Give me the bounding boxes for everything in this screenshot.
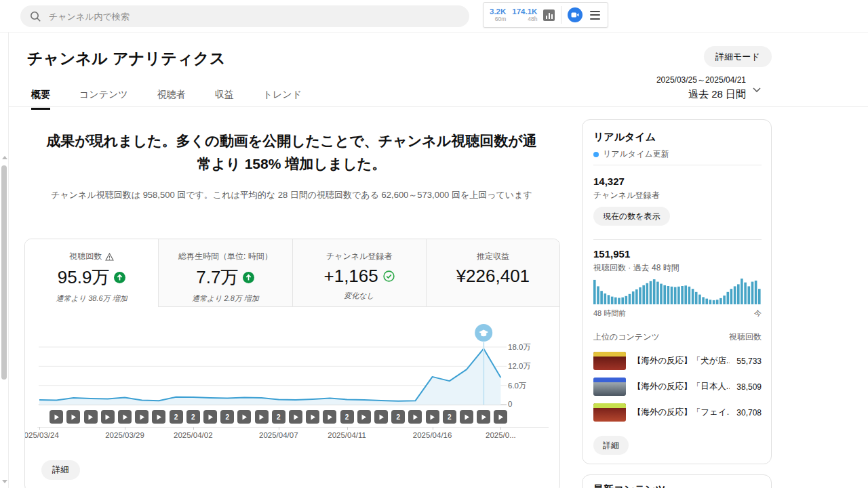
video-published-marker-count[interactable]: 2 [272,410,285,424]
x-axis-tick-mark [433,427,433,430]
latest-content-title: 最新コンテンツ [593,483,666,488]
extension-logo-icon[interactable] [568,7,583,22]
check-circle-icon [383,270,395,282]
x-axis-tick-mark [39,427,40,430]
metric-tab-0[interactable]: 視聴回数95.9万通常より 38.6万 増加 [25,239,159,306]
x-axis-label: 2025/04/16 [413,431,452,439]
video-thumbnail [593,403,626,422]
video-published-marker[interactable] [374,410,388,424]
up-circle-icon [114,272,125,283]
scrollbar-up-arrow[interactable] [2,156,7,159]
date-range-dates: 2025/03/25～2025/04/21 [624,75,746,86]
x-axis-label: 2025/04/02 [174,431,213,439]
metric-tabs: 視聴回数95.9万通常より 38.6万 増加総再生時間（単位: 時間）7.7万通… [25,239,559,307]
channel-search-bar[interactable] [20,5,469,27]
advanced-mode-button[interactable]: 詳細モード [704,46,772,67]
metric-value: 7.7万 [196,266,238,289]
video-published-marker[interactable] [357,410,371,424]
up-circle-icon [243,272,254,283]
stat-value: 3.2K [490,7,506,16]
page-title: チャンネル アナリティクス [27,48,226,69]
video-published-marker[interactable] [306,410,319,424]
axis-left-label: 48 時間前 [593,308,626,319]
video-published-marker-count[interactable]: 2 [443,410,456,424]
bar-chart-icon[interactable] [543,9,555,21]
extension-stats-widget: 3.2K 60m 174.1K 48h [483,2,608,28]
x-axis-label: 2025/04/11 [328,431,366,439]
video-published-marker-count[interactable]: 2 [391,410,405,424]
video-published-marker-count[interactable]: 2 [220,410,234,424]
metric-label: 推定収益 [477,251,509,262]
date-range-label: 過去 28 日間 [624,88,746,101]
top-content-row[interactable]: 【海外の反応】「フェイ...30,708 [593,403,762,422]
scrollbar-down-arrow[interactable] [2,480,7,483]
latest-content-card: 最新コンテンツ [582,474,772,488]
top-content-header: 上位のコンテンツ 視聴回数 [593,331,762,343]
video-published-marker[interactable] [494,410,507,424]
video-title: 【海外の反応】「日本人... [633,381,730,392]
video-thumbnail [593,352,626,370]
milestone-icon[interactable] [475,324,492,342]
stat-value: 174.1K [512,7,537,16]
top-content-row[interactable]: 【海外の反応】「犬が店...55,733 [593,352,762,370]
metric-note: 通常より 38.6万 増加 [25,293,158,304]
video-published-marker[interactable] [255,410,269,424]
metric-value: ¥226,401 [456,266,530,287]
search-icon [30,11,41,22]
realtime-live-status: リアルタイム更新 [593,148,669,160]
video-title: 【海外の反応】「フェイ... [633,407,730,418]
x-axis-tick-mark [279,427,279,430]
video-published-marker[interactable] [118,410,132,424]
video-published-marker[interactable] [66,410,80,424]
video-published-marker[interactable] [237,410,251,424]
video-views: 38,509 [736,382,762,392]
metric-tab-3[interactable]: 推定収益¥226,401 [427,239,559,306]
video-published-marker-count[interactable]: 2 [340,410,354,424]
menu-icon[interactable] [589,9,601,21]
realtime-axis-labels: 48 時間前 今 [593,308,762,319]
video-published-marker[interactable] [203,410,217,424]
overview-chart-card: 視聴回数95.9万通常より 38.6万 増加総再生時間（単位: 時間）7.7万通… [24,239,560,488]
realtime-48h-bar-chart [593,277,762,304]
metric-tab-1[interactable]: 総再生時間（単位: 時間）7.7万通常より 2.8万 増加 [159,239,292,306]
video-published-marker[interactable] [426,410,439,424]
warning-icon [105,253,114,261]
metric-value: +1,165 [324,266,378,287]
video-published-marker[interactable] [152,410,165,424]
stat-label: 48h [528,16,537,23]
y-axis-tick: 12.0万 [508,361,531,371]
video-published-marker[interactable] [477,410,490,424]
metric-tab-2[interactable]: チャンネル登録者+1,165変化なし [293,239,427,306]
chevron-down-icon[interactable] [750,83,764,96]
video-published-marker[interactable] [408,410,422,424]
date-range-picker[interactable]: 2025/03/25～2025/04/21 過去 28 日間 [624,75,746,101]
video-published-marker[interactable] [323,410,336,424]
video-published-marker[interactable] [101,410,115,424]
video-published-marker[interactable] [50,410,63,424]
realtime-detail-button[interactable]: 詳細 [593,436,629,455]
scrollbar-thumb[interactable] [1,165,7,380]
y-axis-tick: 0 [508,400,512,408]
top-bar: 3.2K 60m 174.1K 48h [0,0,868,33]
top-content-row[interactable]: 【海外の反応】「日本人...38,509 [593,378,762,396]
divider [561,6,561,24]
video-published-marker-count[interactable]: 2 [186,410,200,424]
divider [593,165,762,165]
x-axis-tick-mark [125,427,125,430]
show-live-count-button[interactable]: 現在の数を表示 [593,207,670,226]
line-chart-svg [39,319,513,407]
metric-value: 95.9万 [58,266,110,289]
top-content-title: 上位のコンテンツ [593,331,660,343]
search-input[interactable] [49,12,429,22]
video-published-marker[interactable] [135,410,149,424]
video-published-marker[interactable] [84,410,98,424]
video-published-marker[interactable] [460,410,473,424]
divider [593,239,762,240]
insight-headline: 成果が現れました。多くの動画を公開したことで、チャンネル視聴回数が通常より 15… [43,129,540,176]
stat-label: 60m [495,16,507,23]
x-axis-tick-mark [500,427,501,430]
video-published-marker-count[interactable]: 2 [170,410,183,424]
video-views: 55,733 [736,357,762,366]
chart-detail-button[interactable]: 詳細 [41,460,80,480]
video-published-marker[interactable] [289,410,302,424]
